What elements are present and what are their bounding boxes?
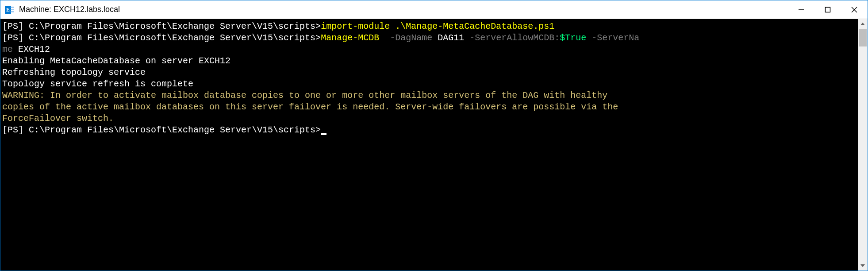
terminal-segment: ForceFailover switch. [2, 113, 114, 124]
svg-rect-3 [11, 9, 14, 10]
window-controls [788, 0, 868, 19]
terminal-segment: C:\Program Files\Microsoft\Exchange Serv… [29, 33, 321, 43]
terminal-segment: [PS] [2, 21, 29, 31]
terminal-segment: C:\Program Files\Microsoft\Exchange Serv… [29, 125, 321, 135]
titlebar[interactable]: E Machine: EXCH12.labs.local [0, 0, 868, 19]
terminal-line: Refreshing topology service [2, 67, 856, 78]
terminal-segment: $True [560, 33, 586, 43]
terminal-line: WARNING: In order to activate mailbox da… [2, 90, 856, 101]
terminal-segment: -DagName [384, 33, 438, 43]
terminal-line: me EXCH12 [2, 44, 856, 55]
svg-rect-6 [826, 7, 830, 12]
terminal-segment: DAG11 [438, 33, 464, 43]
terminal-line: [PS] C:\Program Files\Microsoft\Exchange… [2, 124, 856, 136]
terminal-output[interactable]: [PS] C:\Program Files\Microsoft\Exchange… [0, 19, 858, 271]
terminal-segment: WARNING: In order to activate mailbox da… [2, 90, 607, 101]
terminal-segment: me [2, 44, 18, 54]
terminal-container: [PS] C:\Program Files\Microsoft\Exchange… [0, 19, 868, 271]
terminal-segment: [PS] [2, 125, 29, 135]
terminal-segment: C:\Program Files\Microsoft\Exchange Serv… [29, 21, 321, 31]
maximize-button[interactable] [814, 0, 841, 19]
terminal-segment: EXCH12 [18, 44, 50, 54]
terminal-segment: Topology service refresh is complete [2, 79, 193, 89]
terminal-segment: Refreshing topology service [2, 67, 146, 77]
scroll-thumb[interactable] [859, 29, 867, 46]
terminal-line: Topology service refresh is complete [2, 78, 856, 90]
close-button[interactable] [841, 0, 868, 19]
svg-rect-2 [11, 7, 14, 8]
terminal-line: [PS] C:\Program Files\Microsoft\Exchange… [2, 32, 856, 44]
terminal-segment: copies of the active mailbox databases o… [2, 102, 618, 112]
svg-rect-4 [11, 11, 14, 12]
scroll-track[interactable] [858, 29, 868, 261]
vertical-scrollbar[interactable] [858, 19, 868, 271]
terminal-line: copies of the active mailbox databases o… [2, 101, 856, 113]
terminal-segment: [PS] [2, 33, 29, 43]
terminal-segment: Enabling MetaCacheDatabase on server EXC… [2, 56, 230, 66]
cursor [321, 133, 326, 135]
svg-text:E: E [6, 7, 10, 13]
scroll-up-button[interactable] [858, 19, 868, 29]
terminal-segment: -ServerAllowMCDB: [464, 33, 560, 43]
terminal-line: [PS] C:\Program Files\Microsoft\Exchange… [2, 21, 856, 32]
terminal-segment: import-module .\Manage-MetaCacheDatabase… [321, 21, 554, 31]
terminal-line: Enabling MetaCacheDatabase on server EXC… [2, 55, 856, 67]
terminal-segment: Manage-MCDB [321, 33, 384, 43]
app-icon: E [5, 5, 15, 15]
scroll-down-button[interactable] [858, 261, 868, 271]
console-window: E Machine: EXCH12.labs.local [PS] C:\Pro… [0, 0, 868, 271]
terminal-line: ForceFailover switch. [2, 113, 856, 124]
window-title: Machine: EXCH12.labs.local [19, 5, 788, 14]
terminal-segment: -ServerNa [586, 33, 639, 43]
minimize-button[interactable] [788, 0, 814, 19]
